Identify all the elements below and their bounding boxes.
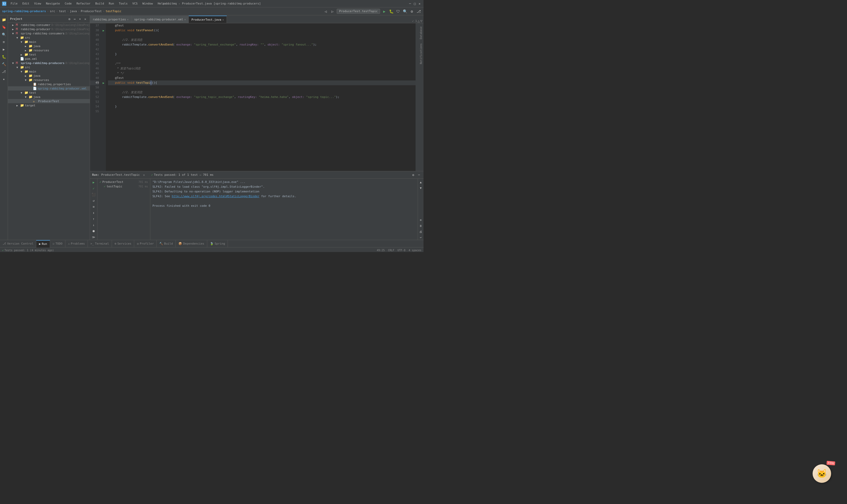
tab-close-java[interactable]: ✕ bbox=[222, 18, 224, 21]
tree-item-rabbitmq-producer[interactable]: ▶ M rabbitmq-producer D:\DingJiaxiong\Id… bbox=[8, 27, 90, 31]
tree-item-spring-xml[interactable]: ▶ 📄 spring-rabbitmq-producer.xml bbox=[8, 86, 90, 91]
tree-item-target[interactable]: ▶ 📁 target bbox=[8, 103, 90, 107]
maximize-button[interactable]: □ bbox=[413, 2, 417, 5]
breadcrumb-class[interactable]: ProducerTest bbox=[81, 10, 102, 13]
project-tool-button[interactable]: 📁 bbox=[1, 16, 7, 23]
tree-item-spring-producers[interactable]: ▼ M spring-rabbitmq-producers D:\DingJia… bbox=[8, 61, 90, 65]
tab-spring-xml[interactable]: spring-rabbitmq-producer.xml ✕ bbox=[131, 16, 189, 23]
tab-producer-test[interactable]: ProducerTest.java ✕ bbox=[189, 16, 227, 23]
tab-services[interactable]: ⚙ Services bbox=[112, 240, 134, 248]
find-button[interactable]: 🔍 bbox=[1, 31, 7, 38]
tab-close-properties[interactable]: ✕ bbox=[127, 18, 129, 21]
gear-icon[interactable]: ⚙ bbox=[67, 17, 72, 21]
scroll-up-icon[interactable]: △ bbox=[417, 19, 419, 23]
run-record-button[interactable]: ⏺ bbox=[91, 229, 96, 234]
tab-problems[interactable]: ⚠ Problems bbox=[66, 240, 88, 248]
run-button[interactable]: ▶ bbox=[382, 9, 387, 14]
tree-item-java-consumers-main[interactable]: ▶ 📁 java bbox=[8, 44, 90, 48]
settings-button[interactable]: ⚙ bbox=[409, 9, 415, 14]
run-tree-test-topic[interactable]: ✓ testTopic 701 ms bbox=[97, 184, 150, 189]
menu-code[interactable]: Code bbox=[62, 1, 74, 6]
run-pass-filter-button[interactable]: ✓ bbox=[91, 186, 96, 191]
search-everywhere-button[interactable]: 🔍 bbox=[402, 9, 408, 14]
tab-dependencies[interactable]: 📦 Dependencies bbox=[176, 240, 207, 248]
tab-spring[interactable]: 🍃 Spring bbox=[207, 240, 228, 248]
tab-todo[interactable]: ☑ TODO bbox=[50, 240, 66, 248]
panel-expand-button[interactable]: ↔ bbox=[72, 17, 77, 21]
tab-rabbitmq-properties[interactable]: rabbitmq.properties ✕ bbox=[90, 16, 131, 23]
run-scroll-down[interactable]: ▼ bbox=[418, 185, 423, 190]
tree-item-resources-producers[interactable]: ▼ 📁 resources bbox=[8, 78, 90, 82]
menu-run[interactable]: Run bbox=[107, 1, 116, 6]
run-config-selector[interactable]: ProducerTest.testTopic bbox=[337, 9, 380, 14]
menu-window[interactable]: Window bbox=[140, 1, 155, 6]
favorites-button[interactable]: ★ bbox=[1, 76, 7, 82]
nav-forward-button[interactable]: ▷ bbox=[330, 9, 335, 14]
tree-item-pom-consumers[interactable]: ▶ 📄 pom.xml bbox=[8, 57, 90, 61]
tab-close-xml[interactable]: ✕ bbox=[184, 18, 186, 21]
menu-navigate[interactable]: Navigate bbox=[44, 1, 62, 6]
gutter-49[interactable]: ▶ bbox=[101, 80, 106, 85]
close-button[interactable]: ✕ bbox=[418, 2, 421, 5]
slf4j-link[interactable]: http://www.slf4j.org/codes.html#StaticLo… bbox=[172, 195, 259, 198]
tree-item-producer-test[interactable]: ▶ ☕ ProducerTest bbox=[8, 99, 90, 103]
tree-item-main-producers[interactable]: ▼ 📁 main bbox=[8, 69, 90, 74]
git-tool-button[interactable]: ⎇ bbox=[1, 68, 7, 75]
run-settings2-button[interactable]: ≡ bbox=[91, 204, 96, 209]
menu-refactor[interactable]: Refactor bbox=[74, 1, 93, 6]
minimize-button[interactable]: ─ bbox=[408, 2, 412, 5]
scroll-down-icon[interactable]: ▽ bbox=[420, 19, 422, 23]
code-editor[interactable]: 37 38 39 40 41 42 43 44 45 46 47 48 49 5… bbox=[90, 23, 418, 171]
breadcrumb-test[interactable]: test bbox=[59, 10, 66, 13]
menu-tools[interactable]: Tools bbox=[117, 1, 130, 6]
run-output[interactable]: "D:\Program Files\Java\jdk1.8.0_333\bin\… bbox=[150, 179, 418, 240]
tree-item-resources-consumers[interactable]: ▶ 📁 resources bbox=[8, 48, 90, 52]
run-scroll-up[interactable]: ▲ bbox=[418, 180, 423, 184]
tree-item-rabbitmq-consumer[interactable]: ▶ M rabbitmq-consumer D:\DingJiaxiong\Id… bbox=[8, 23, 90, 27]
run-tool-button[interactable]: ▶ bbox=[1, 46, 7, 52]
bookmarks-button[interactable]: 🔖 bbox=[1, 24, 7, 30]
run-settings-button[interactable]: ⚙ bbox=[411, 173, 416, 177]
debug-tool-button[interactable]: 🐛 bbox=[1, 53, 7, 60]
tab-version-control[interactable]: ⎇ Version Control bbox=[0, 240, 36, 248]
run-sort-button[interactable]: ↕ bbox=[91, 210, 96, 215]
tree-item-java-producers-main[interactable]: ▶ 📁 java bbox=[8, 74, 90, 78]
run-align-right-button[interactable]: ≣ bbox=[418, 223, 423, 228]
gutter-38[interactable]: ▶ bbox=[101, 28, 106, 33]
tree-item-rabbitmq-properties[interactable]: ▶ 📋 rabbitmq.properties bbox=[8, 82, 90, 86]
breadcrumb-src[interactable]: src bbox=[50, 10, 55, 13]
run-prev-button[interactable]: ↑ bbox=[91, 217, 96, 221]
tab-build[interactable]: 🔨 Build bbox=[157, 240, 176, 248]
tree-item-java-producers-test[interactable]: ▼ 📁 java bbox=[8, 95, 90, 99]
debug-button[interactable]: 🐛 bbox=[389, 9, 394, 14]
run-next-button[interactable]: ↓ bbox=[91, 222, 96, 228]
run-with-coverage-button[interactable]: 🛡 bbox=[395, 9, 401, 14]
run-print-button[interactable]: 🖨 bbox=[418, 229, 423, 234]
run-tab-close-button[interactable]: ✕ bbox=[143, 173, 145, 177]
tree-item-test-consumers[interactable]: ▶ 📁 test bbox=[8, 52, 90, 57]
run-tree-producer-test[interactable]: ✓ ProducerTest 701 ms bbox=[97, 180, 150, 184]
run-expand-button[interactable]: ≫ bbox=[91, 235, 96, 240]
breadcrumb-java[interactable]: java bbox=[70, 10, 77, 13]
menu-build[interactable]: Build bbox=[93, 1, 106, 6]
code-lines[interactable]: @Test public void testFanout(){ //2. 发送消… bbox=[106, 23, 416, 171]
nav-back-button[interactable]: ◁ bbox=[323, 9, 328, 14]
build-tool-button[interactable]: 🔨 bbox=[1, 61, 7, 67]
run-stop-button[interactable]: ⬛ bbox=[91, 192, 96, 197]
run-rerun-button[interactable]: ↺ bbox=[91, 198, 96, 203]
panel-close-button[interactable]: ✕ bbox=[83, 17, 88, 21]
vcs-button[interactable]: ⎇ bbox=[416, 9, 421, 14]
project-breadcrumb[interactable]: spring-rabbitmq-producers bbox=[2, 10, 46, 13]
tab-profiler[interactable]: ◎ Profiler bbox=[134, 240, 157, 248]
panel-collapse-button[interactable]: ▾ bbox=[77, 17, 82, 21]
run-play-button[interactable]: ▶ bbox=[91, 180, 96, 185]
menu-vcs[interactable]: VCS bbox=[130, 1, 140, 6]
tree-item-test-producers[interactable]: ▼ 📁 test bbox=[8, 91, 90, 95]
editor-scrollbar[interactable] bbox=[416, 23, 418, 171]
database-tab[interactable]: Database bbox=[418, 24, 424, 41]
tree-item-spring-consumers[interactable]: ▼ M spring-rabbitmq-consumers D:\DingJia… bbox=[8, 31, 90, 35]
breadcrumb-method[interactable]: testTopic bbox=[106, 10, 122, 13]
menu-file[interactable]: File bbox=[8, 1, 20, 6]
tree-item-src-producers[interactable]: ▼ 📁 src bbox=[8, 65, 90, 69]
menu-edit[interactable]: Edit bbox=[20, 1, 32, 6]
